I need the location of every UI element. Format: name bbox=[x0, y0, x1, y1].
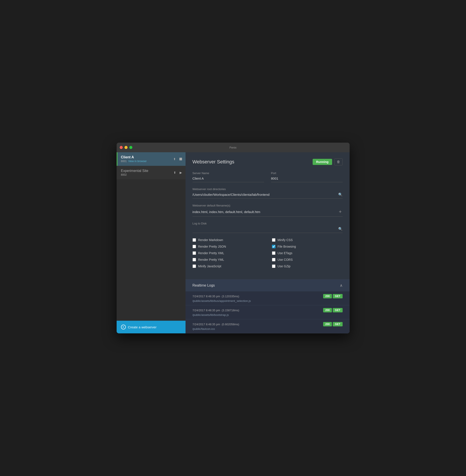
maximize-button[interactable] bbox=[129, 146, 132, 149]
play-button-experimental[interactable]: ▶ bbox=[179, 170, 183, 175]
checkbox-item-render-pretty-xml[interactable]: Render Pretty XML bbox=[193, 251, 263, 255]
traffic-lights bbox=[120, 146, 132, 149]
checkbox-render-pretty-yml[interactable] bbox=[193, 258, 196, 261]
stop-button-client-a[interactable] bbox=[178, 157, 183, 161]
log-entry-header: 7/24/2017 8:48:35 pm (3.158718ms) 200 GE… bbox=[193, 308, 343, 312]
header-actions: Running 🗑 bbox=[313, 158, 343, 165]
add-filename-button[interactable]: + bbox=[338, 209, 343, 215]
log-path: /public/assets/lib/bus/appointment_selec… bbox=[193, 299, 343, 302]
trash-icon: 🗑 bbox=[337, 160, 340, 164]
search-icon-log[interactable]: 🔍 bbox=[338, 227, 343, 231]
status-badge: 200 bbox=[323, 308, 332, 312]
checkboxes-grid: Render MarkdownMinify CSSRender Pretty J… bbox=[193, 238, 343, 268]
settings-header: Webserver Settings Running 🗑 bbox=[193, 158, 343, 165]
checkbox-item-use-etags[interactable]: Use ETags bbox=[272, 251, 343, 255]
checkbox-use-cors[interactable] bbox=[272, 258, 275, 261]
checkbox-file-browsing[interactable] bbox=[272, 245, 275, 248]
create-webserver-label: Create a webserver bbox=[128, 325, 157, 329]
checkbox-item-render-markdown[interactable]: Render Markdown bbox=[193, 238, 263, 242]
checkbox-minify-css[interactable] bbox=[272, 238, 275, 242]
close-button[interactable] bbox=[120, 146, 123, 149]
checkbox-label-use-gzip: Use GZip bbox=[278, 265, 291, 268]
checkboxes-section: Render MarkdownMinify CSSRender Pretty J… bbox=[193, 238, 343, 268]
logs-section: Realtime Logs ∧ 7/24/2017 8:48:35 pm (3.… bbox=[186, 279, 350, 333]
server-actions-client-a: ⬆ bbox=[172, 157, 183, 161]
log-disk-row: 🔍 bbox=[193, 227, 343, 233]
log-disk-label: Log to Disk bbox=[193, 222, 343, 225]
log-path: /public/assets/lib/bootstrap.js bbox=[193, 313, 343, 316]
play-icon: ▶ bbox=[180, 171, 182, 174]
server-item-experimental[interactable]: Experimental Site 8002 ⬆ ▶ bbox=[116, 166, 186, 179]
root-dirs-label: Webserver root directories bbox=[193, 187, 343, 191]
default-files-row: index.html, index.htm, default.html, def… bbox=[193, 209, 343, 217]
method-badge: GET bbox=[333, 294, 343, 298]
share-button-experimental[interactable]: ⬆ bbox=[173, 170, 177, 175]
log-badges: 200 GET bbox=[323, 294, 343, 298]
checkbox-item-file-browsing[interactable]: File Browsing bbox=[272, 245, 343, 248]
log-timestamp: 7/24/2017 8:48:35 pm (0.602058ms) bbox=[193, 323, 239, 326]
checkbox-label-use-cors: Use CORS bbox=[278, 258, 293, 261]
log-path: /public/favicon.ico bbox=[193, 327, 343, 331]
port-label: Port bbox=[271, 172, 343, 175]
log-disk-field: Log to Disk 🔍 bbox=[193, 222, 343, 233]
checkbox-item-render-pretty-json[interactable]: Render Pretty JSON bbox=[193, 245, 263, 248]
settings-panel: Webserver Settings Running 🗑 Server Name… bbox=[186, 152, 350, 279]
status-badge: 200 bbox=[323, 322, 332, 326]
checkbox-item-minify-javascript[interactable]: Minify JavaScript bbox=[193, 265, 263, 268]
minimize-button[interactable] bbox=[125, 146, 128, 149]
log-timestamp: 7/24/2017 8:48:35 pm (3.120335ms) bbox=[193, 295, 239, 298]
checkbox-label-render-markdown: Render Markdown bbox=[198, 238, 223, 242]
method-badge: GET bbox=[333, 322, 343, 326]
checkbox-render-pretty-json[interactable] bbox=[193, 245, 196, 248]
settings-title: Webserver Settings bbox=[193, 159, 234, 165]
root-dirs-value[interactable]: /Users/cbutler/Workspace/Clients/clienta… bbox=[193, 193, 338, 197]
server-name-value[interactable]: Client A bbox=[193, 176, 264, 182]
port-field: Port 8001 bbox=[271, 172, 343, 182]
port-value[interactable]: 8001 bbox=[271, 176, 343, 182]
sidebar-spacer bbox=[116, 179, 186, 321]
log-entry-header: 7/24/2017 8:48:35 pm (3.120335ms) 200 GE… bbox=[193, 294, 343, 298]
stop-icon bbox=[179, 158, 182, 160]
server-actions-experimental: ⬆ ▶ bbox=[173, 170, 183, 175]
view-in-browser-link[interactable]: View in browser bbox=[128, 160, 147, 163]
delete-server-button[interactable]: 🗑 bbox=[334, 158, 343, 165]
checkbox-minify-javascript[interactable] bbox=[193, 265, 196, 268]
create-webserver-button[interactable]: + Create a webserver bbox=[116, 321, 186, 333]
default-files-label: Webserver default filename(s) bbox=[193, 204, 343, 207]
checkbox-use-gzip[interactable] bbox=[272, 265, 275, 268]
search-icon-root[interactable]: 🔍 bbox=[338, 193, 343, 197]
log-disk-value[interactable] bbox=[193, 227, 338, 231]
log-entries: 7/24/2017 8:48:35 pm (3.120335ms) 200 GE… bbox=[186, 291, 350, 333]
share-icon: ⬆ bbox=[173, 157, 176, 161]
main-content: Webserver Settings Running 🗑 Server Name… bbox=[186, 152, 350, 333]
checkbox-label-use-etags: Use ETags bbox=[278, 251, 292, 255]
checkbox-item-minify-css[interactable]: Minify CSS bbox=[272, 238, 343, 242]
checkbox-item-use-gzip[interactable]: Use GZip bbox=[272, 265, 343, 268]
title-bar: Fenix bbox=[116, 143, 350, 152]
root-dirs-row: /Users/cbutler/Workspace/Clients/clienta… bbox=[193, 193, 343, 199]
server-name-port-row: Server Name Client A Port 8001 bbox=[193, 172, 343, 182]
checkbox-render-pretty-xml[interactable] bbox=[193, 251, 196, 255]
default-files-value[interactable]: index.html, index.htm, default.html, def… bbox=[193, 210, 338, 214]
app-body: Client A 8001 View in browser ⬆ Experime… bbox=[116, 152, 350, 333]
checkbox-render-markdown[interactable] bbox=[193, 238, 196, 242]
checkbox-label-render-pretty-yml: Render Pretty YML bbox=[198, 258, 224, 261]
log-badges: 200 GET bbox=[323, 308, 343, 312]
server-item-client-a[interactable]: Client A 8001 View in browser ⬆ bbox=[116, 152, 186, 166]
status-badge: 200 bbox=[323, 294, 332, 298]
checkbox-label-minify-css: Minify CSS bbox=[278, 238, 293, 242]
share-button-client-a[interactable]: ⬆ bbox=[172, 157, 177, 161]
checkbox-item-render-pretty-yml[interactable]: Render Pretty YML bbox=[193, 258, 263, 261]
checkbox-item-use-cors[interactable]: Use CORS bbox=[272, 258, 343, 261]
checkbox-label-minify-javascript: Minify JavaScript bbox=[198, 265, 221, 268]
checkbox-label-render-pretty-json: Render Pretty JSON bbox=[198, 245, 226, 248]
log-timestamp: 7/24/2017 8:48:35 pm (3.158718ms) bbox=[193, 309, 239, 312]
window-title: Fenix bbox=[230, 146, 236, 149]
app-window: Fenix Client A 8001 View in browser ⬆ bbox=[116, 143, 350, 333]
log-badges: 200 GET bbox=[323, 322, 343, 326]
running-status-badge[interactable]: Running bbox=[313, 159, 332, 165]
default-files-field: Webserver default filename(s) index.html… bbox=[193, 204, 343, 217]
logs-toggle-icon[interactable]: ∧ bbox=[340, 283, 343, 288]
logs-header[interactable]: Realtime Logs ∧ bbox=[186, 279, 350, 291]
checkbox-use-etags[interactable] bbox=[272, 251, 275, 255]
